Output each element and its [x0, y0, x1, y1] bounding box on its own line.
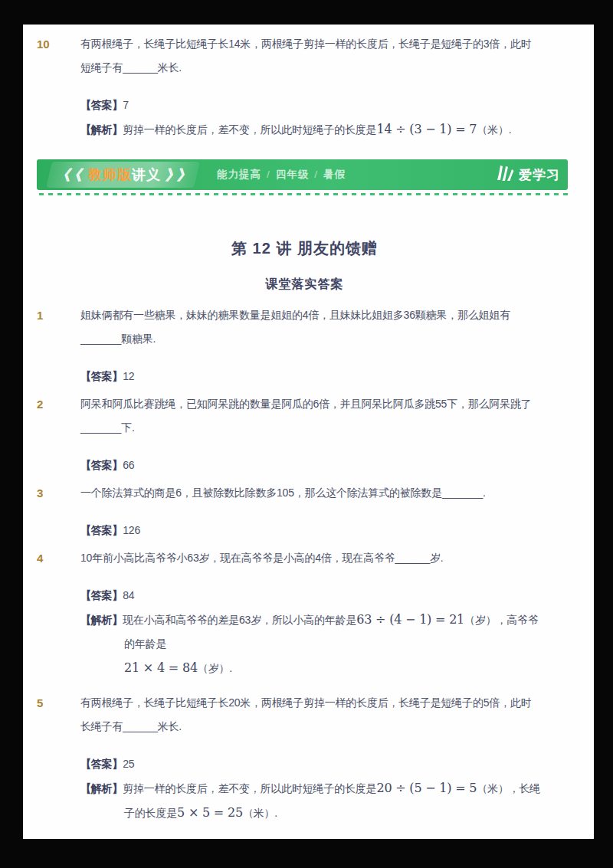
chevrons-left-icon: 《《 — [55, 168, 84, 182]
question-text-line: 一个除法算式的商是6，且被除数比除数多105，那么这个除法算式的被除数是____… — [80, 481, 572, 505]
question-1: 1 姐妹俩都有一些糖果，妹妹的糖果数量是姐姐的4倍，且妹妹比姐姐多36颗糖果，那… — [37, 303, 572, 388]
question-body: 有两根绳子，长绳子比短绳子长14米，两根绳子剪掉一样的长度后，长绳子是短绳子的3… — [80, 32, 572, 142]
chevrons-right-icon: 》》 — [165, 168, 191, 182]
answer-label: 【答案】 — [80, 524, 123, 536]
analysis-math: 20 ÷ (5 − 1) = 5 — [376, 781, 477, 795]
question-text-line: _______下. — [80, 416, 572, 440]
breadcrumb-separator: / — [261, 169, 276, 180]
answer-row: 【答案】7 — [80, 93, 572, 117]
question-body: 有两根绳子，长绳子比短绳子长20米，两根绳子剪掉一样的长度后，长绳子是短绳子的5… — [80, 691, 572, 825]
answer-label: 【答案】 — [80, 758, 123, 770]
analysis-text: （米）. — [243, 807, 277, 819]
analysis-row: 【解析】现在小高和高爷爷的差是63岁，所以小高的年龄是63 ÷ (4 − 1) … — [80, 608, 572, 632]
analysis-text: 子的长度是 — [124, 807, 177, 819]
question-text-line: 有两根绳子，长绳子比短绳子长20米，两根绳子剪掉一样的长度后，长绳子是短绳子的5… — [80, 691, 572, 715]
analysis-math: 5 × 5 = 25 — [177, 805, 243, 820]
analysis-math: 14 ÷ (3 − 1) = 7 — [376, 122, 477, 136]
question-3: 3 一个除法算式的商是6，且被除数比除数多105，那么这个除法算式的被除数是__… — [37, 481, 572, 542]
analysis-text: 现在小高和高爷爷的差是63岁，所以小高的年龄是 — [123, 614, 356, 626]
question-text-line: _______颗糖果. — [80, 327, 572, 351]
question-body: 姐妹俩都有一些糖果，妹妹的糖果数量是姐姐的4倍，且妹妹比姐姐多36颗糖果，那么姐… — [80, 303, 572, 388]
answer-label: 【答案】 — [80, 99, 123, 111]
question-4: 4 10年前小高比高爷爷小63岁，现在高爷爷是小高的4倍，现在高爷爷______… — [37, 546, 572, 680]
question-body: 一个除法算式的商是6，且被除数比除数多105，那么这个除法算式的被除数是____… — [80, 481, 572, 542]
analysis-row: 21 × 4 = 84（岁）. — [80, 656, 572, 680]
badge-title: 教师版讲义 — [88, 165, 161, 184]
book-pages-icon — [495, 164, 515, 185]
badge-highlight: 教师版 — [88, 167, 132, 182]
question-text-line: 有两根绳子，长绳子比短绳子长14米，两根绳子剪掉一样的长度后，长绳子是短绳子的3… — [80, 32, 572, 56]
lecture-subtitle: 课堂落实答案 — [37, 274, 572, 294]
question-5: 5 有两根绳子，长绳子比短绳子长20米，两根绳子剪掉一样的长度后，长绳子是短绳子… — [37, 691, 572, 825]
answer-row: 【答案】126 — [80, 519, 572, 542]
teacher-edition-badge: 《《 教师版讲义 》》 — [46, 162, 200, 188]
analysis-text: 剪掉一样的长度后，差不变，所以此时短绳子的长度是 — [123, 782, 376, 794]
breadcrumb-item: 暑假 — [323, 169, 346, 180]
analysis-math: 21 × 4 = 84 — [124, 660, 198, 675]
analysis-text: （米），长绳 — [477, 782, 540, 794]
question-number: 10 — [37, 32, 80, 142]
analysis-text: 的年龄是 — [124, 637, 166, 650]
question-10: 10 有两根绳子，长绳子比短绳子长14米，两根绳子剪掉一样的长度后，长绳子是短绳… — [37, 32, 572, 142]
question-body: 阿呆和阿瓜比赛跳绳，已知阿呆跳的数量是阿瓜的6倍，并且阿呆比阿瓜多跳55下，那么… — [80, 392, 572, 477]
breadcrumb-item: 四年级 — [276, 169, 310, 180]
header-banner: 《《 教师版讲义 》》 能力提高/四年级/暑假 爱学习 — [37, 159, 568, 190]
question-text-line: 10年前小高比高爷爷小63岁，现在高爷爷是小高的4倍，现在高爷爷______岁. — [80, 546, 572, 570]
answer-value: 84 — [123, 589, 134, 601]
answer-value: 25 — [123, 758, 134, 770]
answer-row: 【答案】66 — [80, 454, 572, 477]
document-page: 10 有两根绳子，长绳子比短绳子长14米，两根绳子剪掉一样的长度后，长绳子是短绳… — [23, 25, 594, 839]
analysis-text: （岁）. — [198, 662, 232, 674]
analysis-text: 剪掉一样的长度后，差不变，所以此时短绳子的长度是 — [123, 123, 376, 136]
question-2: 2 阿呆和阿瓜比赛跳绳，已知阿呆跳的数量是阿瓜的6倍，并且阿呆比阿瓜多跳55下，… — [37, 392, 572, 477]
badge-rest: 讲义 — [132, 167, 161, 182]
question-number: 4 — [37, 546, 80, 680]
logo-text: 爱学习 — [519, 166, 560, 184]
analysis-math: 63 ÷ (4 − 1) = 21 — [356, 612, 464, 627]
analysis-text: （岁），高爷爷 — [464, 614, 539, 626]
question-number: 1 — [37, 303, 80, 388]
dashed-divider — [39, 193, 570, 195]
analysis-row: 子的长度是5 × 5 = 25（米）. — [80, 801, 572, 825]
breadcrumb-item: 能力提高 — [217, 169, 261, 180]
question-text-line: 长绳子有______米长. — [80, 715, 572, 739]
question-text-line: 姐妹俩都有一些糖果，妹妹的糖果数量是姐姐的4倍，且妹妹比姐姐多36颗糖果，那么姐… — [80, 303, 572, 327]
breadcrumb-separator: / — [309, 169, 323, 180]
breadcrumb: 能力提高/四年级/暑假 — [217, 168, 346, 182]
screenshot-frame: 10 有两根绳子，长绳子比短绳子长14米，两根绳子剪掉一样的长度后，长绳子是短绳… — [0, 0, 613, 868]
question-number: 3 — [37, 481, 80, 542]
question-text-line: 短绳子有______米长. — [80, 56, 572, 80]
answer-label: 【答案】 — [80, 589, 123, 601]
answer-value: 66 — [123, 459, 134, 471]
analysis-label: 【解析】 — [80, 782, 123, 794]
lecture-title: 第 12 讲 朋友的馈赠 — [37, 237, 572, 260]
question-number: 5 — [37, 691, 80, 825]
answer-row: 【答案】12 — [80, 365, 572, 388]
analysis-row: 的年龄是 — [80, 632, 572, 656]
analysis-row: 【解析】剪掉一样的长度后，差不变，所以此时短绳子的长度是14 ÷ (3 − 1)… — [80, 117, 572, 142]
analysis-text: （米）. — [477, 123, 511, 136]
answer-label: 【答案】 — [80, 459, 123, 471]
answer-value: 12 — [123, 370, 134, 382]
aixuexi-logo: 爱学习 — [495, 164, 560, 185]
answer-value: 126 — [123, 524, 140, 536]
answer-label: 【答案】 — [80, 370, 123, 382]
analysis-row: 【解析】剪掉一样的长度后，差不变，所以此时短绳子的长度是20 ÷ (5 − 1)… — [80, 776, 572, 801]
answer-value: 7 — [123, 99, 129, 111]
question-body: 10年前小高比高爷爷小63岁，现在高爷爷是小高的4倍，现在高爷爷______岁.… — [80, 546, 572, 680]
answer-row: 【答案】84 — [80, 584, 572, 608]
question-number: 2 — [37, 392, 80, 477]
analysis-label: 【解析】 — [80, 614, 123, 626]
analysis-label: 【解析】 — [80, 123, 123, 136]
answer-row: 【答案】25 — [80, 752, 572, 776]
question-text-line: 阿呆和阿瓜比赛跳绳，已知阿呆跳的数量是阿瓜的6倍，并且阿呆比阿瓜多跳55下，那么… — [80, 392, 572, 416]
